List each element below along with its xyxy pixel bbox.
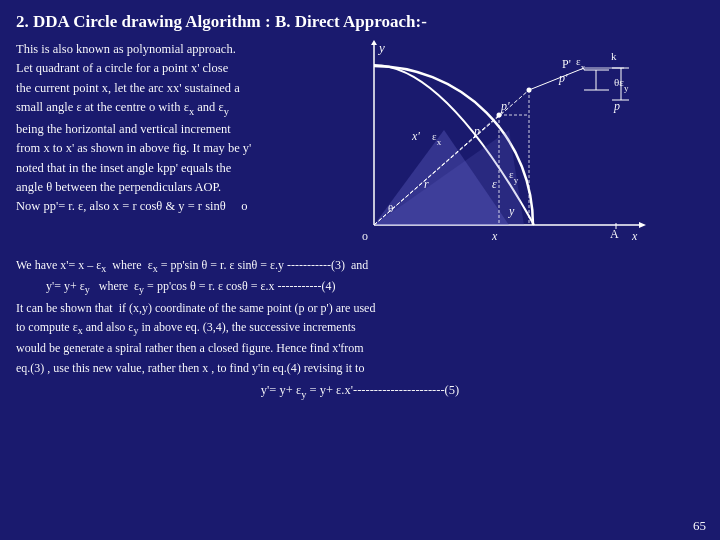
para-line-6: from x to x' as shown in above fig. It m… xyxy=(16,139,336,158)
svg-text:p': p' xyxy=(500,99,510,113)
svg-marker-3 xyxy=(371,40,377,45)
bottom-center-line: y'= y+ εy = y+ ε.x'---------------------… xyxy=(16,380,704,403)
svg-text:p: p xyxy=(613,99,620,113)
page-title: 2. DDA Circle drawing Algorithm : B. Dir… xyxy=(16,12,704,32)
page: 2. DDA Circle drawing Algorithm : B. Dir… xyxy=(0,0,720,540)
para-line-4: small angle ε at the centre o with εx an… xyxy=(16,98,336,120)
left-text-block: This is also known as polynomial approac… xyxy=(16,40,336,250)
diagram-area: y x A o x x' p' p p' p xyxy=(344,40,704,250)
para-line-1: This is also known as polynomial approac… xyxy=(16,40,336,59)
svg-text:p': p' xyxy=(558,71,568,85)
svg-text:y: y xyxy=(508,204,515,218)
svg-point-39 xyxy=(527,88,532,93)
bottom-line-5: would be generate a spiral rather then a… xyxy=(16,339,704,358)
svg-text:o: o xyxy=(362,229,368,243)
svg-text:p: p xyxy=(473,124,480,138)
svg-text:εx: εx xyxy=(576,55,586,72)
diagram-svg: y x A o x x' p' p p' p xyxy=(344,40,654,255)
bottom-line-6: eq.(3) , use this new value, rather then… xyxy=(16,359,704,378)
svg-text:x: x xyxy=(491,229,498,243)
svg-text:y: y xyxy=(377,40,385,55)
svg-text:P': P' xyxy=(562,57,571,71)
para-line-3: the current point x, let the arc xx' sus… xyxy=(16,79,336,98)
para-line-8: angle θ between the perpendiculars AOP. xyxy=(16,178,336,197)
svg-line-15 xyxy=(529,68,584,90)
bottom-text: We have x'= x – εx where εx = pp'sin θ =… xyxy=(16,256,704,403)
svg-text:x: x xyxy=(631,229,638,243)
page-number: 65 xyxy=(693,518,706,534)
para-line-2: Let quadrant of a circle for a point x' … xyxy=(16,59,336,78)
svg-text:k: k xyxy=(611,50,617,62)
bottom-line-4: to compute εx and also εy in above eq. (… xyxy=(16,318,704,339)
para-line-7: noted that in the inset angle kpp' equal… xyxy=(16,159,336,178)
svg-text:θ: θ xyxy=(388,202,393,214)
content-area: This is also known as polynomial approac… xyxy=(16,40,704,250)
svg-text:x': x' xyxy=(411,129,420,143)
svg-text:A: A xyxy=(610,227,619,241)
bottom-line-2: y'= y+ εy where εy = pp'cos θ = r. ε cos… xyxy=(16,277,704,298)
svg-text:r: r xyxy=(424,177,429,191)
svg-marker-1 xyxy=(639,222,646,228)
para-line-9: Now pp'= r. ε, also x = r cosθ & y = r s… xyxy=(16,197,336,216)
svg-point-38 xyxy=(497,113,502,118)
para-line-5: being the horizontal and vertical increm… xyxy=(16,120,336,139)
bottom-line-3: It can be shown that if (x,y) coordinate… xyxy=(16,299,704,318)
svg-text:ε: ε xyxy=(492,177,497,191)
bottom-line-1: We have x'= x – εx where εx = pp'sin θ =… xyxy=(16,256,704,277)
